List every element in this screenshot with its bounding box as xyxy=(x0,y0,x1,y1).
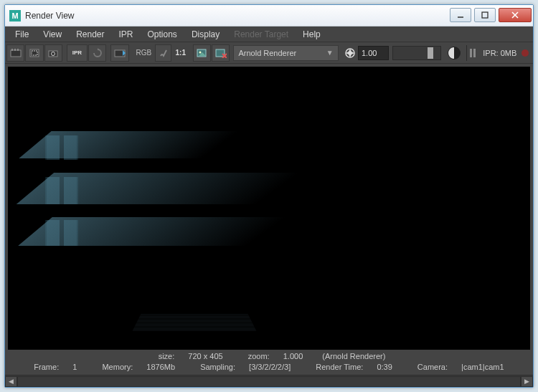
toolbar-divider xyxy=(466,45,467,61)
renderer-value: Arnold Renderer xyxy=(238,49,296,57)
window-controls xyxy=(448,5,533,26)
menu-file[interactable]: File xyxy=(8,28,36,41)
menu-render-target[interactable]: Render Target xyxy=(227,28,296,41)
window-title: Render View xyxy=(25,11,448,21)
pause-button[interactable] xyxy=(470,49,478,57)
scroll-left-arrow[interactable]: ◀ xyxy=(5,376,17,387)
close-button[interactable] xyxy=(499,8,532,22)
app-icon: M xyxy=(9,10,21,21)
svg-point-16 xyxy=(199,51,202,53)
exposure-field[interactable]: 1.00 xyxy=(358,46,389,60)
render-sequence-button[interactable] xyxy=(110,44,128,62)
contrast-icon[interactable] xyxy=(448,47,461,59)
rgb-label: RGB xyxy=(133,49,154,57)
remove-image-button[interactable] xyxy=(212,44,230,62)
menu-options[interactable]: Options xyxy=(141,28,184,41)
svg-rect-4 xyxy=(11,50,21,57)
svg-rect-1 xyxy=(482,12,488,18)
render-region-button[interactable] xyxy=(25,44,43,62)
viewport-area: size: 720 x 405 zoom: 1.000 (Arnold Rend… xyxy=(5,64,533,387)
titlebar[interactable]: M Render View xyxy=(5,5,533,27)
renderer-select[interactable]: Arnold Renderer ▼ xyxy=(233,45,338,61)
menu-display[interactable]: Display xyxy=(184,28,227,41)
menubar: File View Render IPR Options Display Ren… xyxy=(5,27,533,42)
record-icon[interactable] xyxy=(522,49,529,57)
exposure-slider[interactable] xyxy=(392,46,441,60)
display-alpha-button[interactable] xyxy=(155,44,171,62)
exposure-icon xyxy=(344,46,357,60)
svg-marker-12 xyxy=(98,48,100,50)
render-view-window: M Render View File View Render IPR Optio… xyxy=(4,4,534,388)
slider-knob[interactable] xyxy=(428,47,433,59)
svg-rect-6 xyxy=(14,49,16,51)
menu-ipr[interactable]: IPR xyxy=(112,28,141,41)
svg-rect-5 xyxy=(11,49,13,51)
ipr-status: IPR: 0MB xyxy=(478,49,521,57)
render-canvas[interactable] xyxy=(8,67,530,350)
real-size-button[interactable]: 1:1 xyxy=(172,49,188,57)
menu-view[interactable]: View xyxy=(36,28,69,41)
menu-help[interactable]: Help xyxy=(296,28,328,41)
horizontal-scrollbar[interactable]: ◀ ▶ xyxy=(5,375,533,387)
keep-image-button[interactable] xyxy=(193,44,211,62)
snapshot-button[interactable] xyxy=(44,44,62,62)
scroll-track[interactable] xyxy=(17,376,521,387)
menu-render[interactable]: Render xyxy=(69,28,111,41)
scroll-right-arrow[interactable]: ▶ xyxy=(521,376,533,387)
status-bar: size: 720 x 405 zoom: 1.000 (Arnold Rend… xyxy=(5,350,533,375)
ipr-refresh-button[interactable] xyxy=(88,44,106,62)
maximize-button[interactable] xyxy=(474,8,496,22)
chevron-down-icon: ▼ xyxy=(326,49,334,57)
ipr-render-button[interactable]: IPR xyxy=(67,44,88,62)
toolbar: IPR RGB 1:1 Arnold Renderer ▼ 1.00 xyxy=(5,42,533,64)
redo-render-button[interactable] xyxy=(6,44,24,62)
svg-rect-7 xyxy=(17,49,19,51)
minimize-button[interactable] xyxy=(450,8,471,22)
